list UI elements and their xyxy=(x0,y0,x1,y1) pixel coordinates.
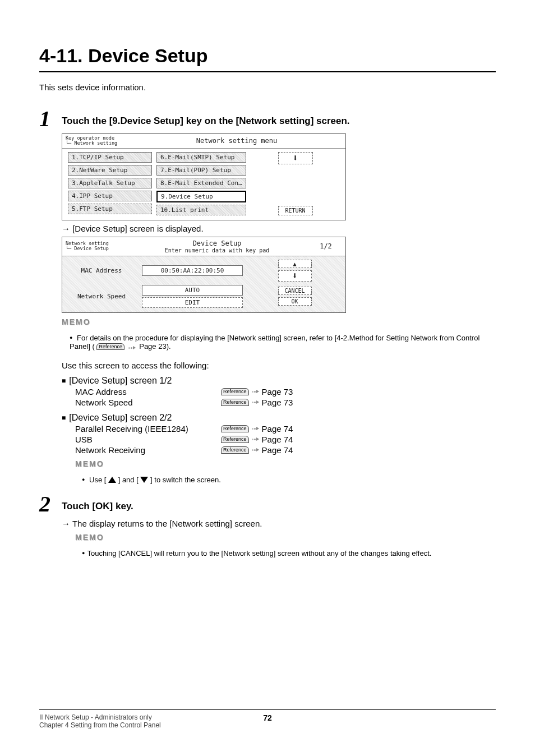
menu-item-ipp[interactable]: 4.IPP Setup xyxy=(68,191,152,201)
network-setting-menu-screen: Key operator mode └─ Network setting Net… xyxy=(62,133,346,220)
scroll-down-button[interactable]: ⬇ xyxy=(278,152,313,164)
dots-icon xyxy=(128,346,136,349)
dots-icon xyxy=(252,437,259,441)
reference-badge: Reference xyxy=(221,388,249,395)
dots-icon xyxy=(252,448,259,451)
cancel-button[interactable]: CANCEL xyxy=(278,287,312,295)
access-line: Use this screen to access the following: xyxy=(62,361,496,370)
reference-badge: Reference xyxy=(221,399,249,406)
step-2-header: 2 Touch [OK] key. xyxy=(39,493,496,515)
edit-button[interactable]: EDIT xyxy=(142,297,243,308)
up-arrow-icon xyxy=(108,477,116,483)
footer-left-2: Chapter 4 Setting from the Control Panel xyxy=(39,721,263,729)
row-mac-address-page: Page 73 xyxy=(262,387,293,397)
row-usb: USB xyxy=(75,435,221,444)
step-2-heading: Touch [OK] key. xyxy=(62,493,133,512)
dots-icon xyxy=(252,427,259,430)
memo-label-2: MEMO xyxy=(75,459,496,468)
lcd1-title: Network setting menu xyxy=(128,135,345,147)
menu-item-tcpip[interactable]: 1.TCP/IP Setup xyxy=(68,152,152,163)
network-speed-label: Network Speed xyxy=(68,293,135,300)
step-number-2: 2 xyxy=(39,493,62,515)
step-1-result: → [Device Setup] screen is displayed. xyxy=(62,224,496,233)
ok-button[interactable]: OK xyxy=(278,297,312,306)
menu-item-list-print[interactable]: 10.List print xyxy=(156,205,246,215)
dots-icon xyxy=(252,400,259,404)
group-1-heading: [Device Setup] screen 1/2 xyxy=(62,376,496,386)
lcd2-page-indicator: 1/2 xyxy=(306,240,345,252)
menu-item-device-setup[interactable]: 9.Device Setup xyxy=(156,191,246,202)
memo-label-1: MEMO xyxy=(62,317,496,326)
step-number-1: 1 xyxy=(39,108,62,130)
lcd2-breadcrumb: Network setting └─ Device Setup xyxy=(62,239,128,253)
dots-icon xyxy=(252,390,259,393)
mac-address-value: 00:50:AA:22:00:50 xyxy=(142,265,243,276)
lcd2-subtitle: Enter numeric data with key pad xyxy=(128,247,306,253)
memo-2-pre: Use [ xyxy=(89,476,106,484)
device-setup-screen: Network setting └─ Device Setup Device S… xyxy=(62,237,346,313)
reference-badge-1: Reference xyxy=(96,343,124,351)
network-speed-value: AUTO xyxy=(142,285,243,296)
menu-item-ftp[interactable]: 5.FTP Setup xyxy=(68,204,152,214)
lcd2-title: Device Setup xyxy=(128,239,306,247)
group-2-heading: [Device Setup] screen 2/2 xyxy=(62,413,496,423)
memo-1-text: For details on the procedure for display… xyxy=(70,334,496,351)
menu-item-email-pop[interactable]: 7.E-Mail(POP) Setup xyxy=(156,165,246,176)
page-footer: II Network Setup - Administrators only C… xyxy=(39,705,496,729)
step-1-header: 1 Touch the [9.Device Setup] key on the … xyxy=(39,108,496,130)
page-title: 4-11. Device Setup xyxy=(39,45,496,67)
menu-item-appletalk[interactable]: 3.AppleTalk Setup xyxy=(68,178,152,188)
reference-badge: Reference xyxy=(221,446,249,454)
memo-1-text-b: Page 23). xyxy=(139,342,170,351)
menu-item-email-smtp[interactable]: 6.E-Mail(SMTP) Setup xyxy=(156,152,246,163)
row-mac-address: MAC Address xyxy=(75,387,221,397)
row-parallel-page: Page 74 xyxy=(262,424,293,434)
memo-2-text: Use [ ] and [ ] to switch the screen. xyxy=(82,476,496,484)
title-rule xyxy=(39,71,496,72)
row-parallel: Parallel Receiving (IEEE1284) xyxy=(75,424,221,434)
memo-2-post: ] to switch the screen. xyxy=(150,476,221,484)
step-1-heading: Touch the [9.Device Setup] key on the [N… xyxy=(62,108,350,127)
scroll-down-button-2[interactable]: ⬇ xyxy=(278,270,312,282)
memo-label-3: MEMO xyxy=(75,533,496,542)
row-usb-page: Page 74 xyxy=(262,435,293,444)
reference-badge: Reference xyxy=(221,425,249,432)
lcd1-breadcrumb: Key operator mode └─ Network setting xyxy=(62,134,128,148)
scroll-up-button[interactable]: ▲ xyxy=(278,260,312,268)
reference-badge: Reference xyxy=(221,436,249,443)
footer-left-1: II Network Setup - Administrators only xyxy=(39,713,263,721)
row-network-speed: Network Speed xyxy=(75,398,221,407)
step-2-result: → The display returns to the [Network se… xyxy=(62,519,496,528)
intro-text: This sets device information. xyxy=(39,82,496,92)
memo-2-mid: ] and [ xyxy=(118,476,139,484)
menu-item-netware[interactable]: 2.NetWare Setup xyxy=(68,165,152,176)
memo-3-text: Touching [CANCEL] will return you to the… xyxy=(82,549,496,557)
row-network-receiving: Network Receiving xyxy=(75,445,221,455)
down-arrow-icon xyxy=(140,477,148,483)
row-network-receiving-page: Page 74 xyxy=(262,445,293,455)
menu-item-email-ext[interactable]: 8.E-Mail Extended Confi… xyxy=(156,178,246,188)
row-network-speed-page: Page 73 xyxy=(262,398,293,407)
mac-address-label: MAC Address xyxy=(68,267,135,274)
return-button[interactable]: RETURN xyxy=(278,206,313,215)
footer-page-number: 72 xyxy=(263,713,272,722)
